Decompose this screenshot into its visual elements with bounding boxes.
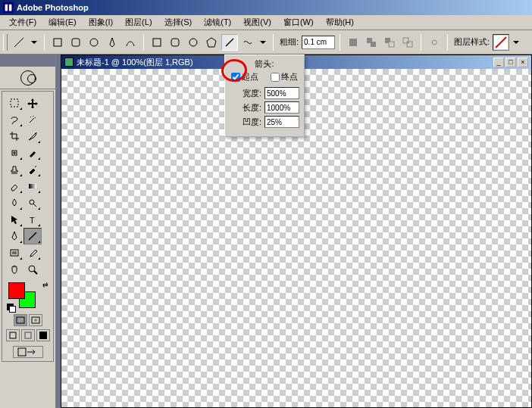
tool-dodge[interactable] (23, 195, 42, 211)
tool-eraser[interactable] (5, 178, 23, 195)
svg-line-33 (34, 271, 37, 274)
menu-select[interactable]: 选择(S) (158, 15, 199, 30)
tool-slice[interactable] (23, 128, 42, 145)
default-colors-icon[interactable] (7, 304, 14, 311)
shape-custom-icon[interactable] (239, 34, 256, 51)
svg-rect-2 (54, 39, 61, 46)
app-icon (3, 2, 14, 13)
tool-hand[interactable] (5, 261, 23, 278)
tool-path-select[interactable] (5, 211, 23, 228)
tool-crop[interactable] (5, 128, 23, 145)
left-column: T ⇄ (0, 55, 56, 408)
weight-input[interactable] (302, 36, 335, 49)
svg-rect-39 (26, 333, 30, 338)
menu-file[interactable]: 文件(F) (3, 15, 42, 30)
start-checkbox[interactable] (231, 73, 240, 82)
tool-history[interactable] (23, 161, 42, 178)
end-checkbox-group[interactable]: 终点 (271, 71, 298, 83)
tool-preset-picker[interactable] (11, 34, 27, 51)
end-checkbox[interactable] (271, 73, 280, 82)
tool-eyedropper[interactable] (23, 244, 42, 261)
start-checkbox-group[interactable]: 起点 (231, 71, 258, 83)
svg-rect-20 (11, 99, 18, 107)
tool-move[interactable] (23, 95, 42, 111)
title-bar: Adobe Photoshop (0, 0, 532, 15)
tool-line[interactable] (23, 228, 42, 244)
mode-new-icon[interactable] (345, 34, 361, 51)
shape-ellipse-icon[interactable] (86, 34, 102, 51)
weight-label: 粗细: (280, 36, 299, 48)
menu-view[interactable]: 视图(V) (237, 15, 277, 30)
tool-pen[interactable] (5, 228, 23, 244)
screen-full[interactable] (36, 329, 50, 341)
shape-pen-icon[interactable] (104, 34, 120, 51)
svg-rect-3 (72, 39, 80, 46)
tool-notes[interactable] (5, 244, 23, 261)
foreground-swatch[interactable] (8, 282, 25, 299)
concave-input[interactable] (264, 116, 299, 128)
options-grip[interactable] (3, 34, 8, 51)
screen-fullmenu[interactable] (21, 329, 35, 341)
style-swatch[interactable] (493, 34, 509, 51)
svg-rect-17 (407, 42, 408, 43)
tool-wand[interactable] (23, 111, 42, 128)
svg-rect-0 (3, 2, 14, 13)
edit-standard-mode[interactable] (14, 314, 27, 326)
svg-line-28 (29, 232, 36, 240)
svg-rect-34 (17, 317, 24, 323)
start-label: 起点 (242, 71, 258, 83)
tool-lasso[interactable] (5, 111, 23, 128)
preset-dropdown[interactable] (29, 34, 39, 51)
svg-rect-40 (39, 332, 47, 339)
menu-layer[interactable]: 图层(L) (119, 15, 158, 30)
tool-blur[interactable] (5, 195, 23, 211)
jump-to-imageready[interactable] (13, 346, 43, 358)
shape-line-icon[interactable] (221, 34, 238, 51)
shape-square-icon[interactable] (149, 34, 165, 51)
palette-well[interactable] (0, 55, 55, 67)
geometry-dropdown[interactable] (258, 34, 268, 51)
shape-roundsquare-icon[interactable] (167, 34, 183, 51)
screen-standard[interactable] (6, 329, 20, 341)
menu-window[interactable]: 窗口(W) (277, 15, 320, 30)
menu-filter[interactable]: 滤镜(T) (198, 15, 237, 30)
edit-quickmask-mode[interactable] (29, 314, 42, 326)
menu-help[interactable]: 帮助(H) (320, 15, 360, 30)
link-icon[interactable] (426, 34, 443, 51)
width-input[interactable] (264, 87, 299, 99)
minimize-button[interactable]: _ (493, 58, 504, 67)
svg-line-26 (33, 204, 36, 207)
length-input[interactable] (264, 101, 299, 114)
swap-colors-icon[interactable]: ⇄ (42, 281, 49, 288)
tool-brush[interactable] (23, 145, 42, 161)
svg-rect-37 (10, 332, 16, 338)
document-icon (64, 58, 74, 67)
svg-rect-6 (171, 39, 179, 46)
brush-preview[interactable] (0, 67, 55, 89)
width-label: 宽度: (243, 88, 261, 99)
svg-point-7 (189, 39, 197, 46)
shape-circle-icon[interactable] (185, 34, 202, 51)
shape-roundrect-icon[interactable] (67, 34, 84, 51)
close-button[interactable]: × (518, 58, 528, 67)
menu-image[interactable]: 图象(I) (83, 15, 119, 30)
shape-freeform-icon[interactable] (122, 34, 139, 51)
svg-rect-5 (153, 39, 161, 46)
tool-marquee[interactable] (5, 95, 23, 111)
tool-gradient[interactable] (23, 178, 42, 195)
tool-healing[interactable] (5, 145, 23, 161)
shape-polygon-icon[interactable] (203, 34, 220, 51)
mode-subtract-icon[interactable] (381, 34, 398, 51)
shape-rect-icon[interactable] (49, 34, 66, 51)
tool-zoom[interactable] (23, 261, 42, 278)
svg-rect-14 (389, 42, 394, 47)
tool-stamp[interactable] (5, 161, 23, 178)
tool-type[interactable]: T (23, 211, 42, 228)
mode-intersect-icon[interactable] (399, 34, 416, 51)
svg-marker-8 (207, 38, 216, 47)
color-swatches[interactable]: ⇄ (5, 281, 50, 311)
mode-add-icon[interactable] (363, 34, 380, 51)
maximize-button[interactable]: □ (505, 58, 516, 67)
style-dropdown[interactable] (511, 34, 521, 51)
menu-edit[interactable]: 编辑(E) (42, 15, 83, 30)
